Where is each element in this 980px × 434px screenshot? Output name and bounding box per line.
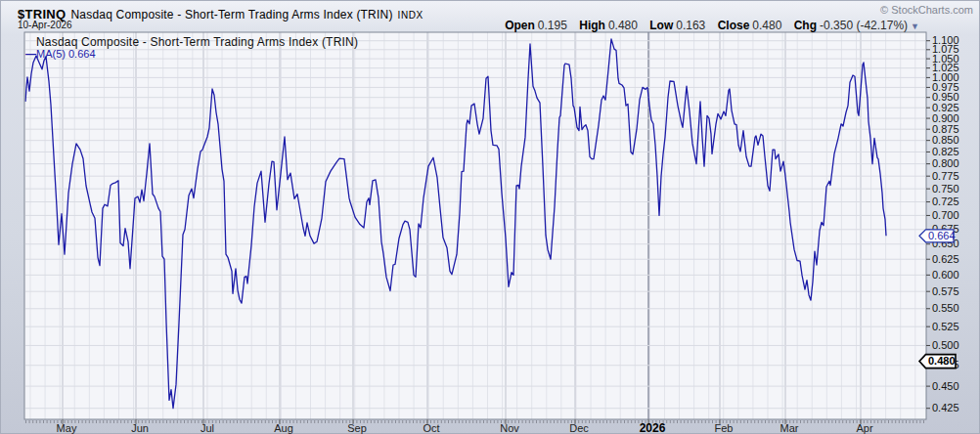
y-tick-label: 0.700 [932,209,959,221]
y-tick-label: 0.775 [932,170,959,182]
x-tick-label: Aug [274,422,293,434]
chg-label: Chg [794,19,817,32]
x-tick-label: Oct [423,422,439,434]
x-tick-label: Nov [500,422,519,434]
close-label: Close [718,19,750,32]
x-tick-label: Feb [715,422,734,434]
y-tick-label: 0.825 [932,146,959,157]
close-marker-value: 0.480 [928,355,956,367]
y-tick-label: 0.575 [932,285,959,297]
x-tick-label: May [57,422,77,434]
chg-down-triangle-icon: ▼ [911,22,919,31]
y-tick-label: 0.525 [932,321,959,332]
copyright-notice: © StockCharts.com [880,4,973,16]
x-tick-label: Jun [131,422,149,434]
x-tick-label: Dec [569,422,589,434]
x-axis: MayJunJulAugSepOctNovDec2026FebMarApr [57,419,873,434]
y-tick-label: 0.875 [932,123,959,135]
instrument-title: Nasdaq Composite - Short-Term Trading Ar… [70,8,392,22]
legend-instrument: Nasdaq Composite - Short-Term Trading Ar… [36,35,358,49]
x-tick-label: Jul [200,422,214,434]
low-label: Low [649,19,673,32]
y-tick-label: 0.850 [932,134,959,146]
chart-header: $TRINQNasdaq Composite - Short-Term Trad… [18,5,423,22]
y-tick-label: 0.725 [932,195,959,207]
y-tick-label: 0.800 [932,157,959,169]
y-tick-label: 0.500 [932,339,959,351]
x-tick-label: Sep [347,422,367,434]
exchange-label: INDX [398,10,423,21]
low-value: 0.163 [676,19,705,32]
high-label: High [579,19,605,32]
x-tick-label: Mar [780,422,799,434]
ma-legend-text: MA(5) 0.664 [36,48,96,60]
y-tick-label: 0.550 [932,302,959,314]
x-tick-label: Apr [856,422,872,434]
x-tick-label: 2026 [640,421,666,434]
open-value: 0.195 [538,19,567,32]
ma-marker-value: 0.664 [928,230,956,241]
y-tick-label: 0.625 [932,253,959,265]
ohlc-quote-bar: Open0.195 High0.480 Low0.163 Close0.480 … [505,19,919,32]
close-value: 0.480 [752,19,781,32]
y-tick-label: 0.425 [932,402,959,413]
y-tick-label: 0.600 [932,269,959,281]
high-value: 0.480 [608,19,638,32]
y-tick-label: 0.450 [932,380,959,392]
open-label: Open [505,19,535,32]
stockcharts-trin-chart-page: { "header":{ "symbol":"$TRINQ", "title":… [0,0,980,434]
y-tick-label: 0.750 [932,183,959,195]
chart-date: 10-Apr-2026 [18,20,72,30]
chg-value: -0.350 (-42.17%) [820,19,908,32]
legend-ma: —MA(5) 0.664 [25,48,96,60]
ma-line-swatch-icon: — [25,48,35,60]
trin-line-chart: 1.1001.0751.0501.0251.0000.9750.9500.925… [0,0,980,434]
